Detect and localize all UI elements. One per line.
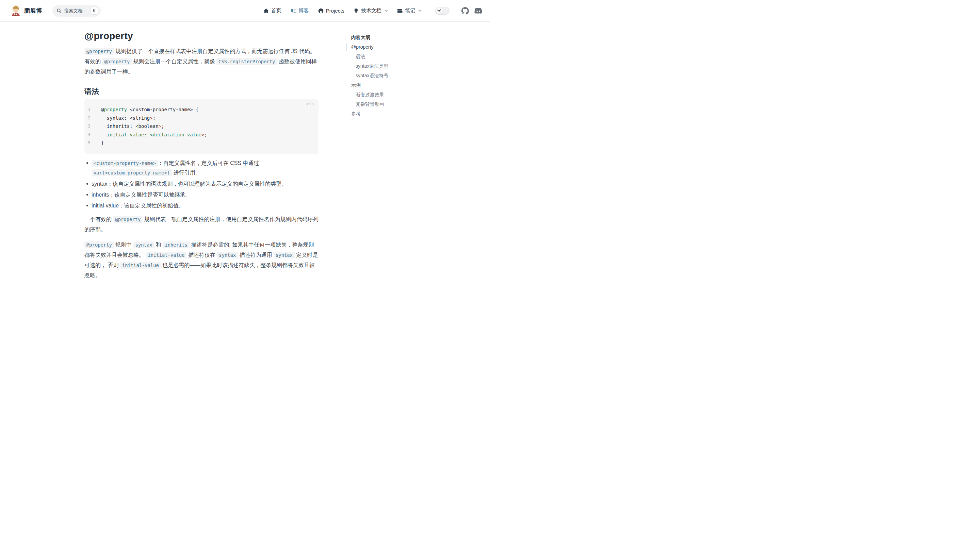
inline-code: inherits xyxy=(163,242,189,248)
nav-item-blog[interactable]: 博客 xyxy=(291,8,309,14)
code-line-numbers: 12345 xyxy=(84,105,94,147)
search-placeholder: 搜索文档 xyxy=(64,8,83,14)
site-brand[interactable]: 鹏展博 xyxy=(11,5,42,16)
inline-code: @property xyxy=(84,48,114,55)
syntax-heading: 语法 xyxy=(84,87,318,96)
list-item: inherits：该自定义属性是否可以被继承。 xyxy=(84,190,318,199)
line-number: 5 xyxy=(84,139,94,147)
code-line: inherits: <boolean>; xyxy=(101,122,207,130)
nav-item-projects[interactable]: Projects xyxy=(318,8,344,14)
divider xyxy=(455,7,455,15)
home-icon xyxy=(263,8,269,14)
inline-code: var(<custom-property-name>) xyxy=(92,169,172,176)
code-line: } xyxy=(101,139,207,147)
search-icon xyxy=(56,8,62,13)
toc-item[interactable]: 渐变过渡效果 xyxy=(351,90,427,99)
search-shortcut-key: K xyxy=(91,7,98,14)
github-icon xyxy=(461,7,469,14)
toc-list: @property语法syntax语法类型syntax语法符号示例渐变过渡效果复… xyxy=(351,42,427,118)
list-item: syntax：该自定义属性的语法规则，也可以理解为表示定义的自定义属性的类型。 xyxy=(84,179,318,188)
line-number: 2 xyxy=(84,114,94,122)
line-number: 3 xyxy=(84,122,94,130)
code-line: initial-value: <declaration-value>; xyxy=(101,130,207,139)
line-number: 4 xyxy=(84,130,94,139)
code-block[interactable]: css 12345 @property <custom-property-nam… xyxy=(84,99,318,154)
list-item: initial-value：该自定义属性的初始值。 xyxy=(84,201,318,210)
inline-code: CSS.registerProperty xyxy=(216,58,277,65)
toc-item[interactable]: 语法 xyxy=(351,52,427,61)
toc-item[interactable]: syntax语法类型 xyxy=(351,61,427,71)
inline-code: @property xyxy=(113,216,143,223)
nav-item-home[interactable]: 首页 xyxy=(263,8,282,14)
theme-toggle[interactable] xyxy=(435,7,450,14)
list-item: <custom-property-name>：自定义属性名，定义后可在 CSS … xyxy=(84,159,318,178)
discord-link[interactable] xyxy=(474,8,482,14)
article: @property @property 规则提供了一个直接在样式表中注册自定义属… xyxy=(84,22,318,276)
nav-item-tech-docs[interactable]: 技术文档 xyxy=(353,8,388,14)
code-language-label: css xyxy=(307,102,314,106)
theme-toggle-knob xyxy=(436,8,442,14)
toc-sidebar: 内容大纲 @property语法syntax语法类型syntax语法符号示例渐变… xyxy=(346,33,427,118)
social-links xyxy=(461,7,482,14)
inline-code: syntax xyxy=(274,252,295,259)
site-title: 鹏展博 xyxy=(24,7,42,14)
code-content: @property <custom-property-name> { synta… xyxy=(94,105,207,147)
inline-code: <custom-property-name> xyxy=(92,160,158,167)
inline-code: syntax xyxy=(217,252,238,259)
search-box[interactable]: 搜索文档 K xyxy=(52,5,101,17)
inline-code: initial-value xyxy=(120,262,161,269)
line-number: 1 xyxy=(84,105,94,114)
toc-item[interactable]: 示例 xyxy=(351,80,427,90)
divider xyxy=(430,7,430,15)
toc-active-marker xyxy=(346,43,347,51)
page-title: @property xyxy=(84,30,318,42)
required-descriptors-paragraph: @property 规则中 syntax 和 inherits 描述符是必需的;… xyxy=(84,240,318,277)
toc-item[interactable]: 参考 xyxy=(351,109,427,118)
main-nav: 首页 博客 Projects 技术文档 xyxy=(254,8,422,14)
code-line: @property <custom-property-name> { xyxy=(101,105,207,114)
toc-item[interactable]: @property xyxy=(351,42,427,52)
top-navbar: 鹏展博 搜索文档 K 首页 博客 xyxy=(0,0,490,22)
inline-code: syntax xyxy=(134,242,154,248)
inline-code: initial-value xyxy=(146,252,186,259)
chevron-down-icon xyxy=(385,10,388,12)
code-line: syntax: <string>; xyxy=(101,114,207,122)
discord-icon xyxy=(474,8,482,14)
toc-item[interactable]: syntax语法符号 xyxy=(351,71,427,80)
inline-code: @property xyxy=(102,58,132,65)
sun-icon xyxy=(437,8,441,13)
inline-code: @property xyxy=(84,242,114,248)
valid-rule-paragraph: 一个有效的 @property 规则代表一项自定义属性的注册，使用自定义属性名作… xyxy=(84,214,318,234)
lightbulb-icon xyxy=(353,8,359,14)
nav-item-notes[interactable]: 笔记 xyxy=(397,8,422,14)
site-avatar xyxy=(11,5,21,16)
book-icon xyxy=(291,8,296,14)
descriptor-list: <custom-property-name>：自定义属性名，定义后可在 CSS … xyxy=(84,159,318,210)
github-link[interactable] xyxy=(461,7,469,14)
notes-stack-icon xyxy=(397,8,402,14)
chevron-down-icon xyxy=(418,10,422,12)
toc-item[interactable]: 复杂背景动画 xyxy=(351,99,427,109)
toc-heading: 内容大纲 xyxy=(351,33,427,42)
projects-icon xyxy=(318,8,324,14)
intro-paragraph: @property 规则提供了一个直接在样式表中注册自定义属性的方式，而无需运行… xyxy=(84,46,318,76)
